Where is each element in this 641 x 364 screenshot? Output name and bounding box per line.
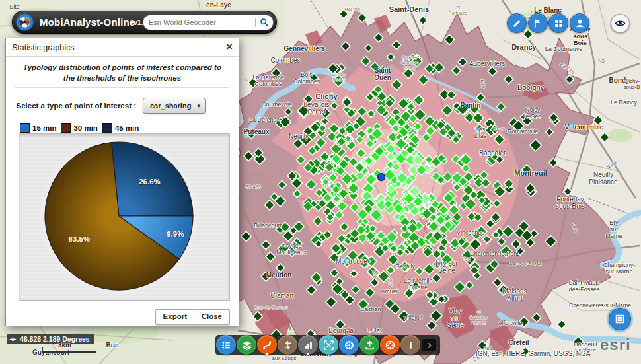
map-label: Clichy — [315, 92, 337, 100]
info-icon — [405, 340, 416, 351]
map-label: Ivry-sur Seine — [435, 260, 457, 274]
map-label: aux Loups — [272, 356, 297, 362]
map-label: Bois-de-Clamart — [254, 305, 288, 310]
map-label: Bry sur Marne — [605, 219, 622, 239]
toolbar-more-button[interactable] — [422, 339, 436, 351]
user-icon — [574, 18, 585, 29]
coordinates-value: 48.828 2.189 Degrees — [20, 335, 90, 343]
statistics-button[interactable] — [298, 335, 318, 355]
legend-swatch — [20, 123, 30, 133]
map-label: Site — [9, 3, 20, 10]
user-button[interactable] — [570, 13, 589, 33]
map-label: Arcueil — [381, 288, 399, 295]
poi-select-label: Select a type of point of interest : — [6, 102, 136, 110]
layers-button[interactable] — [237, 335, 256, 355]
map-label: La Courneuve — [545, 46, 583, 52]
legend-button[interactable] — [609, 308, 631, 330]
map-label: Noisy le-Sec — [524, 106, 541, 120]
map-label: Maisons Alfort — [502, 287, 527, 302]
poi-type-select[interactable]: car_sharing ▾ — [143, 98, 206, 114]
map-label: Puteaux — [244, 128, 270, 135]
flag-icon — [532, 18, 543, 29]
map-label: Le Raincy — [611, 99, 637, 106]
chart-area: 26.6%9.9%63.5% — [19, 133, 230, 301]
upload-icon — [364, 340, 375, 351]
map-extent-button[interactable] — [319, 335, 338, 355]
toggle-ui-button[interactable] — [611, 14, 630, 33]
map-label: N3 — [598, 59, 605, 64]
export-button[interactable]: Export — [155, 309, 195, 325]
app-logo-icon — [16, 13, 34, 34]
app-title: MobiAnalyst-Online — [40, 17, 135, 28]
map-label: Issy-les Moulineaux — [276, 242, 307, 256]
legend-list-icon — [615, 314, 625, 324]
map-label: Vincennes — [457, 229, 484, 236]
search-button[interactable] — [256, 15, 273, 30]
pie-slice-label: 9.9% — [167, 230, 184, 238]
map-label: ZI Salvador Allende — [469, 310, 488, 325]
pencil-icon — [511, 18, 523, 29]
palette-button[interactable] — [380, 335, 400, 355]
divider — [15, 87, 229, 88]
map-label: HAUTS — [344, 7, 360, 13]
map-label: Montreuil — [514, 169, 547, 177]
map-label: Courbevoie — [262, 101, 292, 108]
map-label: Saint Ouen — [374, 67, 391, 81]
search-input[interactable] — [143, 18, 255, 26]
map-label: ZI des Docks — [332, 72, 345, 83]
legend-swatch — [61, 123, 71, 133]
eye-icon — [615, 18, 626, 29]
map-label: Alfortville — [498, 320, 523, 326]
compass-icon — [344, 340, 355, 351]
flag-button[interactable] — [528, 13, 548, 33]
map-label: Saint-Maur- des-Fossés — [568, 279, 599, 293]
poi-select-value: car_sharing — [143, 102, 197, 110]
route-button[interactable] — [257, 335, 277, 355]
esri-logo: esri — [600, 336, 631, 354]
map-label: Vitry sur Seine — [447, 307, 464, 330]
map-label: Villemomble — [565, 124, 604, 131]
close-button[interactable]: Close — [194, 309, 230, 325]
palette-icon — [385, 340, 396, 351]
statistics-icon — [303, 340, 314, 351]
draw-button[interactable] — [507, 13, 527, 33]
info-button[interactable] — [400, 335, 420, 355]
pie-slice-label: 26.6% — [139, 178, 161, 186]
map-label: Pantin — [461, 102, 481, 109]
pie-chart[interactable]: 26.6%9.9%63.5% — [19, 134, 229, 300]
mobianalyst-app: Siteen-LayeHAUTSSaint-DenisZI PortuaireP… — [0, 0, 641, 364]
search-box — [143, 15, 274, 30]
legend-item: 45 min — [102, 123, 139, 133]
legend-label: 45 min — [115, 124, 139, 132]
scale-bar — [42, 347, 96, 353]
map-label: Charenton-le-Pont — [470, 250, 519, 257]
map-label: ZI Portuaire — [449, 5, 467, 16]
legend-label: 30 min — [73, 124, 97, 132]
map-label: Gentilly — [395, 263, 415, 270]
map-label: Saint-Denis — [389, 5, 430, 13]
map-label: Bonneuil — [574, 341, 597, 347]
map-label: E19 — [479, 79, 486, 89]
map-label: Cachan — [360, 306, 381, 312]
map-label: Bagnolet — [479, 149, 505, 157]
search-icon — [260, 18, 269, 27]
map-label: Fontenay sous-Bois — [556, 196, 585, 210]
legend-swatch — [102, 123, 112, 133]
panel-header: Statistic graphics × — [6, 38, 239, 57]
results-list-button[interactable] — [216, 335, 236, 355]
map-label: Bois Colombes — [293, 71, 320, 85]
map-label: Montrouge — [336, 258, 367, 265]
map-label: Meudon — [266, 272, 291, 279]
upload-button[interactable] — [359, 335, 379, 355]
route-icon — [262, 340, 273, 351]
map-label: Buc — [106, 342, 119, 349]
coordinates-badge: 48.828 2.189 Degrees — [7, 334, 94, 344]
legend-label: 15 min — [32, 124, 56, 132]
legend-item: 15 min — [20, 123, 56, 133]
compass-button[interactable] — [339, 335, 359, 355]
map-label: La Défense — [249, 116, 280, 123]
map-label: Romainville — [508, 128, 539, 135]
map-label: Drancy — [511, 43, 536, 51]
panel-close-icon[interactable]: × — [226, 40, 233, 54]
swap-directions-button[interactable] — [278, 335, 297, 355]
